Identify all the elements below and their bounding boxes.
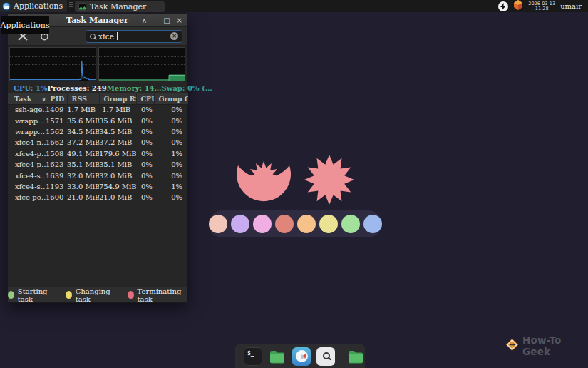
- table-cell: 1662: [46, 137, 67, 148]
- task-manager-window: Task Manager ∧ – □ × xfce ×: [7, 13, 187, 303]
- memory-graph: [98, 47, 185, 81]
- table-row[interactable]: xfce4-s…163932.0 MiB32.0 MiB0%0%: [8, 170, 188, 180]
- table-row[interactable]: xfce4-p…150849.1 MiB179.6 MiB0%1%: [8, 148, 188, 159]
- table-row[interactable]: wrapp…157135.6 MiB35.6 MiB0%0%: [8, 115, 188, 126]
- web-browser-icon[interactable]: [292, 347, 311, 366]
- power-manager-icon[interactable]: [498, 1, 508, 11]
- table-cell: 32.0 MiB: [67, 170, 99, 180]
- table-cell: 35.1 MiB: [99, 159, 136, 170]
- terminal-icon[interactable]: $_: [244, 347, 262, 366]
- processes-stat: Processes: 249: [47, 84, 106, 92]
- table-row[interactable]: ssh-age…14091.7 MiB1.7 MiB0%0%: [8, 104, 188, 115]
- taskbar-item-task-manager[interactable]: Task Manager: [75, 1, 165, 12]
- table-cell: 0%: [154, 170, 188, 180]
- updates-gem-icon[interactable]: [513, 0, 523, 13]
- top-panel: Applications Task Manager 2026-03-13 11:…: [0, 0, 588, 12]
- table-row[interactable]: xfce4-p…162335.1 MiB35.1 MiB0%0%: [8, 159, 188, 170]
- applications-menu-button[interactable]: Applications: [0, 0, 67, 12]
- table-cell: 1193: [46, 181, 67, 192]
- color-swatch[interactable]: [231, 215, 249, 233]
- table-cell: 1.7 MiB: [99, 104, 136, 115]
- table-cell: xfce4-n…: [8, 137, 46, 148]
- color-swatch[interactable]: [319, 215, 338, 233]
- text-cursor: [117, 32, 118, 40]
- table-cell: 1508: [46, 148, 67, 159]
- column-header-cpu[interactable]: CPU: [136, 93, 154, 104]
- table-cell: 1%: [154, 148, 188, 159]
- table-cell: 0%: [136, 181, 154, 192]
- table-cell: xfce4-s…: [8, 181, 46, 192]
- usage-graphs: [8, 46, 187, 83]
- table-cell: 0%: [154, 115, 188, 126]
- table-cell: 21.0 MiB: [99, 192, 136, 203]
- task-manager-icon: [78, 3, 86, 11]
- dock: $_: [235, 344, 365, 368]
- table-cell: 37.2 MiB: [99, 137, 136, 148]
- table-row[interactable]: xfce-po…160021.0 MiB21.0 MiB0%0%: [8, 192, 188, 203]
- table-cell: 1623: [46, 159, 67, 170]
- table-cell: xfce4-p…: [8, 148, 46, 159]
- cpu-graph: [9, 47, 96, 81]
- column-header-group-cpu[interactable]: Group CPU: [154, 93, 188, 104]
- table-cell: 0%: [136, 115, 154, 126]
- table-row[interactable]: wrapp…156234.5 MiB34.5 MiB0%0%: [8, 126, 188, 137]
- search-input[interactable]: xfce ×: [86, 30, 182, 43]
- table-header-row: Task∨ PID RSS Group RSS CPU Group CPU: [8, 93, 188, 104]
- table-cell: 34.5 MiB: [67, 126, 99, 137]
- clear-search-icon[interactable]: ×: [170, 32, 178, 40]
- panel-grip-handle[interactable]: [69, 2, 73, 11]
- table-cell: 1.7 MiB: [67, 104, 99, 115]
- moon-sun-shape: [234, 157, 294, 205]
- process-table-body: ssh-age…14091.7 MiB1.7 MiB0%0%wrapp…1571…: [8, 104, 188, 203]
- folder-icon[interactable]: [346, 347, 365, 366]
- table-cell: 21.0 MiB: [67, 192, 99, 203]
- window-controls: ∧ – □ ×: [142, 14, 182, 27]
- magnifier-icon: [323, 352, 330, 359]
- column-header-rss[interactable]: RSS: [67, 93, 99, 104]
- table-cell: 0%: [154, 104, 188, 115]
- table-cell: 0%: [136, 159, 154, 170]
- table-cell: 49.1 MiB: [67, 148, 99, 159]
- table-cell: xfce4-s…: [8, 170, 46, 180]
- color-swatch[interactable]: [209, 215, 227, 233]
- app-finder-icon[interactable]: [316, 347, 335, 366]
- table-cell: 35.6 MiB: [67, 115, 99, 126]
- username-menu[interactable]: umair: [560, 2, 582, 10]
- table-cell: 32.0 MiB: [99, 170, 136, 180]
- terminating-task-dot-icon: [128, 291, 134, 299]
- table-cell: 0%: [154, 159, 188, 170]
- clock[interactable]: 2026-03-13 11:28: [528, 1, 555, 11]
- column-header-pid[interactable]: PID: [46, 93, 67, 104]
- color-palette: [209, 210, 382, 237]
- shade-button[interactable]: ∧: [142, 14, 147, 27]
- applications-tooltip: Applications: [1, 16, 49, 34]
- column-header-group-rss[interactable]: Group RSS: [99, 93, 136, 104]
- table-cell: 35.6 MiB: [99, 115, 136, 126]
- panel-tray: 2026-03-13 11:28 umair: [498, 0, 588, 13]
- process-table: Task∨ PID RSS Group RSS CPU Group CPU ss…: [8, 93, 188, 203]
- table-cell: 1409: [46, 104, 67, 115]
- color-swatch[interactable]: [297, 215, 316, 233]
- column-header-task[interactable]: Task∨: [8, 93, 46, 104]
- minimize-button[interactable]: –: [153, 14, 157, 27]
- color-swatch[interactable]: [341, 215, 360, 233]
- compass-icon: [296, 350, 308, 362]
- table-cell: 0%: [136, 148, 154, 159]
- table-cell: ssh-age…: [8, 104, 46, 115]
- color-swatch[interactable]: [275, 215, 294, 233]
- close-button[interactable]: ×: [177, 14, 182, 27]
- table-cell: 0%: [136, 192, 154, 203]
- color-swatch[interactable]: [253, 215, 272, 233]
- table-cell: 0%: [154, 137, 188, 148]
- color-swatch[interactable]: [363, 215, 382, 233]
- table-cell: wrapp…: [8, 126, 46, 137]
- memory-stat: Memory: 14…: [107, 84, 162, 92]
- stats-bar: CPU: 1% Processes: 249 Memory: 14… Swap:…: [8, 83, 187, 93]
- table-row[interactable]: xfce4-s…119333.0 MiB754.9 MiB0%1%: [8, 181, 188, 192]
- maximize-button[interactable]: □: [163, 14, 170, 27]
- table-cell: 0%: [136, 104, 154, 115]
- file-manager-icon[interactable]: [268, 347, 287, 366]
- search-icon: [90, 34, 96, 39]
- table-row[interactable]: xfce4-n…166237.2 MiB37.2 MiB0%0%: [8, 137, 188, 148]
- table-cell: 0%: [154, 126, 188, 137]
